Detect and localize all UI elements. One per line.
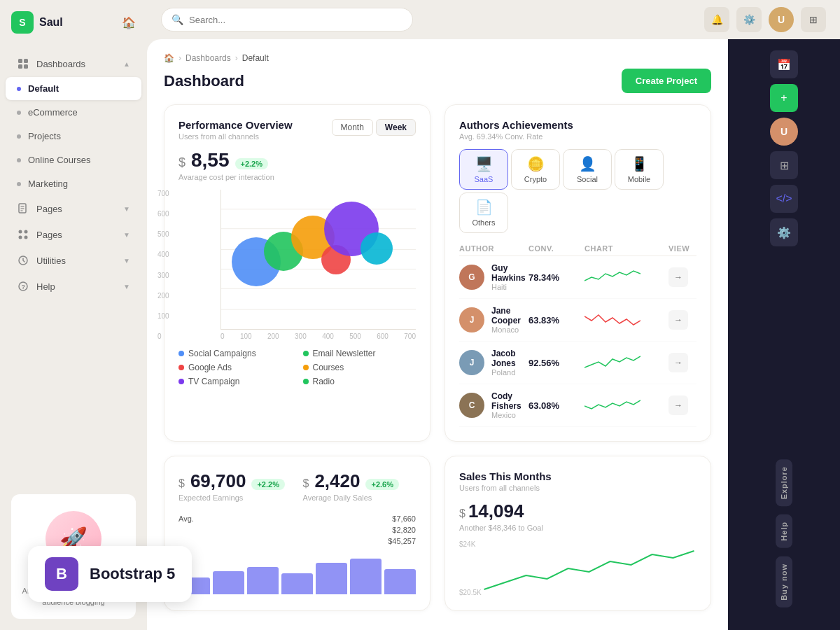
right-panel-labels: Explore Help Buy now (776, 459, 792, 622)
tab-month-button[interactable]: Month (332, 119, 373, 136)
settings-button[interactable]: ⚙️ (736, 7, 762, 32)
sidebar-item-default-label: Default (28, 83, 130, 94)
mini-bar-4 (281, 573, 313, 594)
rp-user-avatar[interactable]: U (770, 118, 798, 146)
notifications-button[interactable]: 🔔 (704, 7, 729, 32)
chart-legend: Social Campaigns Email Newsletter Google… (178, 349, 416, 386)
conv-rate-4: 63.08% (528, 400, 584, 411)
sales-subtitle: Users from all channels (459, 484, 552, 492)
nav-dot (17, 182, 21, 186)
author-avatar-4: C (459, 393, 484, 418)
sidebar-item-pages-label: Pages (36, 204, 116, 214)
legend-dot-5 (178, 379, 184, 384)
mobile-tab-label: Mobile (628, 175, 650, 183)
daily-sales-label: Average Daily Sales (303, 493, 416, 502)
earnings-number: 69,700 (190, 470, 246, 492)
sales-card-header: Sales This Months Users from all channel… (459, 470, 696, 492)
daily-sales-stat: $ 2,420 +2.6% Average Daily Sales (303, 470, 416, 502)
legend-item-2: Email Newsletter (303, 349, 416, 358)
sales-y-label-1: $24K (459, 540, 475, 548)
buy-now-label[interactable]: Buy now (776, 556, 792, 608)
mini-bar-7 (384, 569, 416, 594)
author-tab-mobile[interactable]: 📱 Mobile (615, 149, 664, 190)
explore-label[interactable]: Explore (776, 459, 792, 506)
home-icon[interactable]: 🏠 (164, 53, 174, 63)
header-author: AUTHOR (459, 244, 528, 253)
conv-rate-2: 63.83% (528, 315, 584, 326)
svg-rect-1 (24, 59, 28, 63)
view-button-3[interactable]: → (668, 353, 688, 372)
page-title: Dashboard (164, 72, 244, 90)
svg-text:?: ? (22, 284, 26, 290)
bar-item-2: $2,820 (178, 524, 416, 536)
view-button-4[interactable]: → (668, 396, 688, 415)
sidebar-item-utilities[interactable]: Utilities ▼ (6, 248, 141, 273)
tab-week-button[interactable]: Week (376, 119, 416, 136)
rp-code-icon[interactable]: </> (770, 185, 798, 213)
sidebar-header: S Saul 🏠 (0, 0, 147, 45)
legend-dot-6 (303, 379, 309, 384)
rp-settings-icon[interactable]: ⚙️ (770, 218, 798, 246)
y-axis-labels: 700 600 500 400 300 200 100 0 (158, 190, 169, 340)
earnings-stat: $ 69,700 +2.2% Expected Earnings (178, 470, 292, 502)
create-project-button[interactable]: Create Project (622, 69, 711, 93)
sidebar-item-projects[interactable]: Projects (6, 125, 141, 148)
crypto-tab-label: Crypto (524, 175, 547, 183)
legend-item-3: Google Ads (178, 363, 292, 372)
sidebar-item-dashboards[interactable]: Dashboards ▲ (6, 51, 141, 76)
sidebar-item-help[interactable]: ? Help ▼ (6, 274, 141, 299)
sidebar-item-ecommerce[interactable]: eCommerce (6, 101, 141, 124)
search-input[interactable] (189, 15, 402, 25)
author-tabs: 🖥️ SaaS 🪙 Crypto 👤 Social 📱 (459, 149, 696, 233)
sidebar-item-pages[interactable]: Pages ▼ (6, 196, 141, 221)
social-tab-label: Social (577, 175, 598, 183)
authors-table: AUTHOR CONV. CHART VIEW G Guy Hawkins (459, 241, 696, 427)
performance-title: Performance Overview (178, 119, 293, 131)
author-details-3: Jacob Jones Poland (491, 349, 528, 377)
view-button-2[interactable]: → (668, 310, 688, 330)
breadcrumb-dashboards[interactable]: Dashboards (186, 53, 231, 63)
sidebar-item-projects-label: Projects (28, 131, 130, 141)
conv-rate-3: 92.56% (528, 358, 584, 368)
help-label[interactable]: Help (776, 514, 792, 548)
legend-item-5: TV Campaign (178, 377, 292, 386)
sales-goal: Another $48,346 to Goal (459, 524, 696, 532)
grid-icon (17, 57, 29, 70)
bubble-chart-wrapper: 700 600 500 400 300 200 100 0 (178, 190, 416, 340)
user-avatar[interactable]: U (769, 7, 794, 32)
nav-dot (17, 158, 21, 162)
menu-button[interactable]: ⊞ (801, 7, 826, 32)
author-tab-social[interactable]: 👤 Social (563, 149, 612, 190)
author-tab-others[interactable]: 📄 Others (459, 192, 508, 233)
daily-sales-badge: +2.6% (365, 479, 399, 490)
bar-item-val-2: $2,820 (392, 526, 416, 534)
author-info-1: G Guy Hawkins Haiti (459, 263, 528, 291)
rp-grid-icon[interactable]: ⊞ (770, 151, 798, 179)
sales-line-chart (482, 540, 696, 596)
daily-sales-dollar: $ (303, 477, 309, 490)
sidebar-item-apps[interactable]: Pages ▼ (6, 222, 141, 247)
author-tab-crypto[interactable]: 🪙 Crypto (511, 149, 560, 190)
sidebar-item-default[interactable]: Default (6, 77, 141, 100)
saas-tab-icon: 🖥️ (475, 155, 493, 172)
author-tab-saas[interactable]: 🖥️ SaaS (459, 149, 508, 190)
social-tab-icon: 👤 (579, 155, 596, 172)
back-icon[interactable]: 🏠 (122, 16, 136, 29)
daily-sales-number: 2,420 (314, 470, 360, 492)
performance-subtitle: Users from all channels (178, 132, 293, 141)
sales-chart: $24K $20.5K (459, 540, 696, 596)
page-header: Dashboard Create Project (164, 69, 711, 93)
rp-calendar-icon[interactable]: 📅 (770, 50, 798, 78)
sidebar-item-online-courses[interactable]: Online Courses (6, 148, 141, 172)
topbar: 🔍 🔔 ⚙️ U ⊞ (147, 0, 840, 39)
search-box[interactable]: 🔍 (161, 8, 413, 31)
mini-bar-chart (178, 552, 416, 594)
chevron-icon: ▼ (123, 231, 130, 239)
rp-add-icon[interactable]: + (770, 84, 798, 112)
author-row-1: G Guy Hawkins Haiti 78.34% → (459, 256, 696, 299)
sidebar-item-marketing[interactable]: Marketing (6, 172, 141, 195)
author-country-4: Mexico (491, 411, 528, 419)
bootstrap-overlay: B Bootstrap 5 (28, 546, 192, 602)
view-button-1[interactable]: → (668, 267, 688, 287)
legend-label-6: Radio (313, 377, 335, 386)
